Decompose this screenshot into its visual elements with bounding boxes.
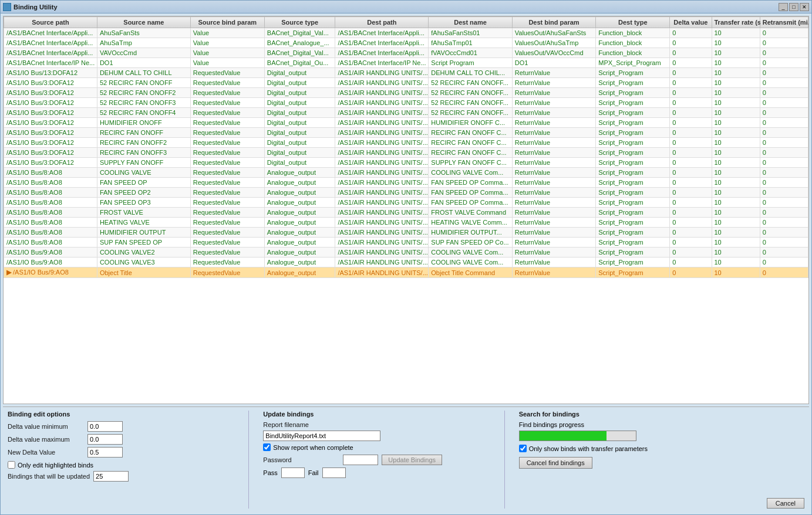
col-header-dest-path[interactable]: Dest path [335,17,429,28]
col-header-retransmit[interactable]: Retransmit (mi... [760,17,808,28]
table-row[interactable]: /AS1/IO Bus/3:DOFA12HUMIDIFIER ONOFFRequ… [4,118,808,128]
app-icon [3,3,11,11]
table-cell: 52 RECIRC FAN ONOFF... [429,108,512,118]
cancel-find-bindings-button[interactable]: Cancel find bindings [519,457,592,469]
table-row[interactable]: /AS1/IO Bus/8:AO8FAN SPEED OP2RequestedV… [4,188,808,198]
table-row[interactable]: ▶ /AS1/IO Bus/9:AO8Object TitleRequested… [4,267,808,278]
table-cell: 0 [670,178,712,188]
table-cell: Script_Program [596,178,670,188]
table-cell: /AS1/IO Bus/8:AO8 [4,188,97,198]
delta-max-row: Delta value maximum [8,434,234,445]
only-edit-checkbox[interactable] [8,461,15,469]
table-cell: /AS1/AIR HANDLING UNITS/... [335,148,429,158]
table-cell: /AS1/BACnet Interface/Appli... [4,48,97,58]
table-row[interactable]: /AS1/BACnet Interface/Appli...VAVOccCmdV… [4,48,808,58]
table-row[interactable]: /AS1/IO Bus/3:DOFA1252 RECIRC FAN ONOFF3… [4,98,808,108]
progress-bar-fill [520,431,607,441]
table-cell: COOLING VALVE Com... [429,248,512,258]
new-delta-input[interactable] [87,447,123,458]
col-header-source-path[interactable]: Source path [4,17,97,28]
table-cell: FAN SPEED OP Comma... [429,188,512,198]
password-input[interactable] [343,455,378,465]
table-cell: Value [190,48,264,58]
table-row[interactable]: /AS1/IO Bus/3:DOFA1252 RECIRC FAN ONOFFR… [4,78,808,88]
table-row[interactable]: /AS1/IO Bus/8:AO8FAN SPEED OP3RequestedV… [4,198,808,208]
col-header-source-type[interactable]: Source type [264,17,335,28]
table-cell: RequestedValue [190,78,264,88]
col-header-source-name[interactable]: Source name [97,17,190,28]
report-filename-input[interactable] [263,431,380,441]
table-cell: AhuSaFanSts [97,28,190,38]
delta-min-input[interactable] [87,421,123,432]
col-header-source-bind[interactable]: Source bind param [190,17,264,28]
table-cell: 0 [670,158,712,168]
table-row[interactable]: /AS1/BACnet Interface/Appli...AhuSaFanSt… [4,28,808,38]
table-row[interactable]: /AS1/IO Bus/3:DOFA1252 RECIRC FAN ONOFF2… [4,88,808,98]
table-cell: /AS1/AIR HANDLING UNITS/... [335,78,429,88]
table-cell: RequestedValue [190,178,264,188]
table-row[interactable]: /AS1/IO Bus/8:AO8FAN SPEED OPRequestedVa… [4,178,808,188]
table-row[interactable]: /AS1/IO Bus/3:DOFA12SUPPLY FAN ONOFFRequ… [4,158,808,168]
table-scroll-area[interactable]: Source path Source name Source bind para… [4,16,808,404]
close-button[interactable]: ✕ [800,3,809,11]
table-row[interactable]: /AS1/IO Bus/8:AO8SUP FAN SPEED OPRequest… [4,238,808,248]
table-row[interactable]: /AS1/IO Bus/8:AO8HEATING VALVERequestedV… [4,218,808,228]
table-cell: FAN SPEED OP3 [97,198,190,208]
col-header-dest-bind[interactable]: Dest bind param [512,17,595,28]
col-header-dest-type[interactable]: Dest type [596,17,670,28]
table-cell: /AS1/BACnet Interface/Appli... [335,38,429,48]
table-cell: DO1 [97,58,190,68]
table-row[interactable]: /AS1/IO Bus/9:AO8COOLING VALVE2Requested… [4,248,808,258]
pass-input[interactable] [281,467,305,478]
update-bindings-button[interactable]: Update Bindings [382,455,442,465]
cancel-button[interactable]: Cancel [767,498,804,509]
table-row[interactable]: /AS1/IO Bus/8:AO8HUMIDIFIER OUTPUTReques… [4,228,808,238]
col-header-delta[interactable]: Delta value [670,17,712,28]
table-cell: 52 RECIRC FAN ONOFF... [429,98,512,108]
table-cell: Digital_output [264,68,335,78]
col-header-transfer[interactable]: Transfer rate (s... [712,17,760,28]
table-cell: ReturnValue [512,188,595,198]
restore-button[interactable]: □ [789,3,798,11]
table-cell: 10 [712,48,760,58]
table-row[interactable]: /AS1/IO Bus/3:DOFA12RECIRC FAN ONOFF3Req… [4,148,808,158]
table-cell: Script_Program [596,118,670,128]
table-row[interactable]: /AS1/BACnet Interface/IP Ne...DO1ValueBA… [4,58,808,68]
table-row[interactable]: /AS1/IO Bus/8:AO8COOLING VALVERequestedV… [4,168,808,178]
table-row[interactable]: /AS1/IO Bus/13:DOFA12DEHUM CALL TO CHILL… [4,68,808,78]
table-cell: ReturnValue [512,228,595,238]
table-row[interactable]: /AS1/IO Bus/3:DOFA1252 RECIRC FAN ONOFF4… [4,108,808,118]
table-cell: FROST VALVE Command [429,208,512,218]
table-cell: 0 [760,258,808,267]
table-cell: SUPPLY FAN ONOFF [97,158,190,168]
fail-input[interactable] [322,467,346,478]
find-bindings-progress-label: Find bindings progress [519,421,584,428]
table-cell: Analogue_output [264,248,335,258]
table-cell: 52 RECIRC FAN ONOFF4 [97,108,190,118]
table-cell: AhuSaTmp [97,38,190,48]
table-cell: /AS1/AIR HANDLING UNITS/... [335,188,429,198]
table-row[interactable]: /AS1/IO Bus/8:AO8FROST VALVERequestedVal… [4,208,808,218]
table-cell: ReturnValue [512,218,595,228]
divider-2 [504,411,505,509]
col-header-dest-name[interactable]: Dest name [429,17,512,28]
delta-max-input[interactable] [87,434,123,445]
table-cell: 0 [670,188,712,198]
new-delta-label: New Delta Value [8,449,84,456]
table-row[interactable]: /AS1/IO Bus/9:AO8COOLING VALVE3Requested… [4,258,808,267]
table-row[interactable]: /AS1/BACnet Interface/Appli...AhuSaTmpVa… [4,38,808,48]
table-cell: 0 [670,98,712,108]
update-bindings-title: Update bindings [263,411,490,418]
table-cell: HEATING VALVE Comm... [429,218,512,228]
minimize-button[interactable]: _ [779,3,788,11]
only-show-checkbox[interactable] [519,445,527,452]
show-report-checkbox[interactable] [263,443,271,451]
report-filename-input-row [263,431,490,441]
table-cell: /AS1/IO Bus/8:AO8 [4,218,97,228]
table-cell: /AS1/AIR HANDLING UNITS/... [335,258,429,267]
window-title: Binding Utility [14,4,58,11]
bindings-updated-input[interactable] [93,471,129,482]
table-row[interactable]: /AS1/IO Bus/3:DOFA12RECIRC FAN ONOFF2Req… [4,138,808,148]
table-row[interactable]: /AS1/IO Bus/3:DOFA12RECIRC FAN ONOFFRequ… [4,128,808,138]
table-cell: ReturnValue [512,68,595,78]
